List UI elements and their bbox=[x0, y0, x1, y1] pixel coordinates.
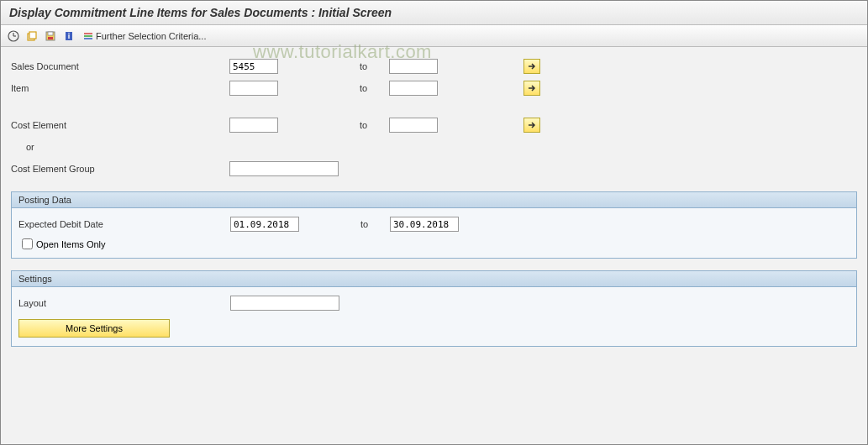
to-label: to bbox=[347, 120, 389, 130]
posting-data-group: Posting Data Expected Debit Date to Open… bbox=[11, 191, 857, 259]
sales-document-to[interactable] bbox=[389, 59, 438, 74]
row-item: Item to bbox=[11, 77, 857, 99]
cost-element-label: Cost Element bbox=[11, 120, 229, 130]
row-expected-debit-date: Expected Debit Date to bbox=[18, 213, 850, 235]
item-to[interactable] bbox=[389, 81, 438, 96]
expected-debit-date-to[interactable] bbox=[390, 217, 459, 232]
to-label: to bbox=[348, 219, 390, 229]
content-area: Sales Document to Item to Cost Element t… bbox=[1, 47, 867, 355]
row-sales-document: Sales Document to bbox=[11, 55, 857, 77]
posting-data-title: Posting Data bbox=[12, 192, 856, 208]
expected-debit-date-label: Expected Debit Date bbox=[18, 219, 230, 229]
svg-rect-4 bbox=[29, 32, 36, 39]
cost-element-multi-button[interactable] bbox=[523, 118, 540, 133]
row-layout: Layout bbox=[18, 292, 850, 314]
sales-document-multi-button[interactable] bbox=[523, 59, 540, 74]
to-label: to bbox=[347, 61, 389, 71]
svg-text:i: i bbox=[68, 32, 71, 40]
get-variant-icon[interactable] bbox=[24, 29, 39, 44]
further-selection-button[interactable]: Further Selection Criteria... bbox=[80, 30, 209, 42]
further-selection-label: Further Selection Criteria... bbox=[96, 31, 206, 41]
cost-element-group-label: Cost Element Group bbox=[11, 164, 229, 174]
execute-icon[interactable] bbox=[6, 29, 21, 44]
row-cost-element: Cost Element to bbox=[11, 114, 857, 136]
page-title: Display Commitment Line Items for Sales … bbox=[1, 1, 867, 25]
open-items-label: Open Items Only bbox=[36, 239, 106, 249]
cost-element-from[interactable] bbox=[229, 118, 278, 133]
settings-title: Settings bbox=[12, 271, 856, 287]
toolbar: i Further Selection Criteria... bbox=[1, 25, 867, 47]
to-label: to bbox=[347, 83, 389, 93]
save-icon[interactable] bbox=[43, 29, 58, 44]
item-label: Item bbox=[11, 83, 229, 93]
open-items-checkbox[interactable] bbox=[22, 238, 33, 249]
more-settings-button[interactable]: More Settings bbox=[18, 319, 170, 338]
sales-document-label: Sales Document bbox=[11, 61, 229, 71]
layout-label: Layout bbox=[18, 298, 230, 308]
sales-document-from[interactable] bbox=[229, 59, 278, 74]
row-or: or bbox=[11, 136, 857, 158]
item-multi-button[interactable] bbox=[523, 81, 540, 96]
svg-rect-7 bbox=[48, 37, 53, 39]
cost-element-group-input[interactable] bbox=[229, 161, 339, 176]
item-from[interactable] bbox=[229, 81, 278, 96]
cost-element-to[interactable] bbox=[389, 118, 438, 133]
expected-debit-date-from[interactable] bbox=[230, 217, 299, 232]
or-label: or bbox=[11, 142, 229, 152]
row-cost-element-group: Cost Element Group bbox=[11, 158, 857, 180]
info-icon[interactable]: i bbox=[61, 29, 76, 44]
svg-rect-6 bbox=[48, 32, 53, 35]
layout-input[interactable] bbox=[230, 296, 339, 311]
settings-group: Settings Layout More Settings bbox=[11, 270, 857, 347]
row-open-items: Open Items Only bbox=[18, 238, 850, 249]
